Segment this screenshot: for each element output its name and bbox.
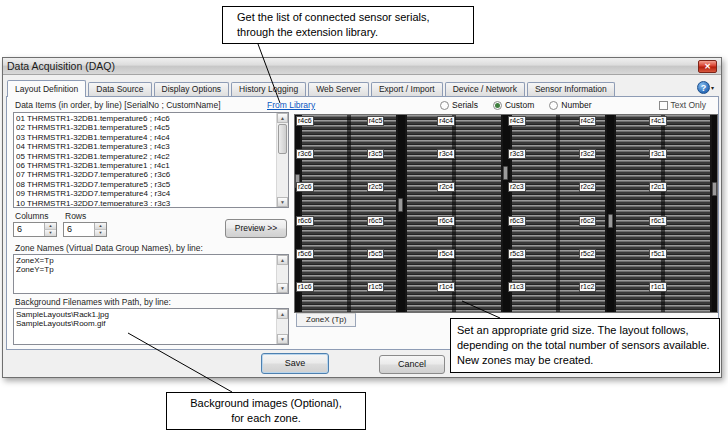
grid-cell-label: r2c3	[508, 182, 526, 192]
scroll-up-icon[interactable]: ▲	[277, 309, 288, 319]
preview-button[interactable]: Preview >>	[225, 219, 287, 238]
grid-cell-label: r3c4	[437, 149, 455, 159]
data-item-row[interactable]: 06 THRMSTR1-32DB1.temperature1 ; r4c1	[16, 161, 275, 170]
grid-cell-label: r6c4	[437, 216, 455, 226]
radio-number[interactable]: Number	[549, 100, 591, 110]
grid-cell-label: r4c2	[579, 116, 597, 126]
grid-cell-label: r5c2	[579, 249, 597, 259]
zone-names-scrollbar[interactable]: ▲ ▼	[276, 255, 288, 293]
grid-cell-label: r3c1	[649, 149, 667, 159]
rows-spinner[interactable]: 6 ▲ ▼	[63, 222, 107, 237]
grid-cell-label: r3c5	[367, 149, 385, 159]
grid-cell-label: r6c6	[296, 216, 314, 226]
callout-background-line1: Background images (Optional),	[173, 396, 359, 411]
data-item-row[interactable]: 03 THRMSTR1-32DB1.temperature4 ; r4c4	[16, 133, 275, 142]
columns-down-icon[interactable]: ▼	[44, 230, 56, 236]
columns-up-icon[interactable]: ▲	[44, 223, 56, 230]
titlebar[interactable]: Data Acquisition (DAQ) ✕	[3, 58, 721, 75]
tab-display-options[interactable]: Display Options	[154, 82, 230, 96]
data-items-scrollbar[interactable]: ▲ ▼	[276, 113, 288, 207]
rows-down-icon[interactable]: ▼	[94, 230, 106, 236]
zone-name-row[interactable]: ZoneY=Tp	[16, 265, 275, 274]
grid-cell-label: r2c6	[296, 182, 314, 192]
grid-cell-label: r2c1	[649, 182, 667, 192]
grid-cell-label: r4c3	[508, 116, 526, 126]
grid-cell-label: r4c4	[437, 116, 455, 126]
data-items-list[interactable]: 01 THRMSTR1-32DB1.temperature6 ; r4c602 …	[13, 112, 289, 208]
data-item-row[interactable]: 05 THRMSTR1-32DB1.temperature2 ; r4c2	[16, 152, 275, 161]
radio-serials[interactable]: Serials	[440, 100, 478, 110]
grid-cell-label: r5c6	[296, 249, 314, 259]
grid-cell-label: r2c5	[367, 182, 385, 192]
grid-cell-label: r6c3	[508, 216, 526, 226]
scroll-down-icon[interactable]: ▼	[277, 334, 288, 344]
cancel-button[interactable]: Cancel	[379, 355, 445, 374]
data-item-row[interactable]: 10 THRMSTR1-32DD7.temperature3 ; r3c3	[16, 199, 275, 206]
data-item-row[interactable]: 09 THRMSTR1-32DD7.temperature4 ; r3c4	[16, 189, 275, 198]
scroll-down-icon[interactable]: ▼	[277, 197, 288, 207]
from-library-link[interactable]: From Library	[267, 100, 315, 110]
data-item-row[interactable]: 08 THRMSTR1-32DD7.temperature5 ; r3c5	[16, 180, 275, 189]
zone-names-list-inner: ZoneX=TpZoneY=Tp	[16, 256, 275, 292]
data-item-row[interactable]: 01 THRMSTR1-32DB1.temperature6 ; r4c6	[16, 114, 275, 123]
callout-grid-size: Set an appropriate grid size. The layout…	[450, 318, 720, 373]
data-item-row[interactable]: 04 THRMSTR1-32DB1.temperature3 ; r4c3	[16, 142, 275, 151]
rows-label: Rows	[65, 211, 86, 221]
tab-web-server[interactable]: Web Server	[308, 82, 369, 96]
background-files-label: Background Filenames with Path, by line:	[15, 297, 171, 307]
grid-cell-label: r1c5	[367, 282, 385, 292]
scroll-up-icon[interactable]: ▲	[277, 113, 288, 123]
grid-label-overlay: r4c6r4c5r4c4r4c3r4c2r4c1r3c6r3c5r3c4r3c3…	[294, 114, 718, 313]
grid-cell-label: r3c6	[296, 149, 314, 159]
columns-spinner[interactable]: 6 ▲ ▼	[13, 222, 57, 237]
grid-cell-label: r3c3	[508, 149, 526, 159]
grid-cell-label: r3c2	[579, 149, 597, 159]
grid-cell-label: r2c2	[579, 182, 597, 192]
save-button[interactable]: Save	[261, 353, 329, 374]
radio-selected-icon	[493, 101, 502, 110]
callout-library: Get the list of connected sensor serials…	[222, 6, 474, 44]
tab-history-logging[interactable]: History Logging	[231, 82, 306, 96]
zone-names-label: Zone Names (Virtual Data Group Names), b…	[15, 243, 203, 253]
callout-library-text: Get the list of connected sensor serials…	[237, 11, 430, 38]
rows-value: 6	[67, 224, 72, 234]
background-files-scrollbar[interactable]: ▲ ▼	[276, 309, 288, 344]
background-file-row[interactable]: SampleLayouts\Room.gif	[16, 319, 275, 328]
grid-cell-label: r1c3	[508, 282, 526, 292]
close-button[interactable]: ✕	[698, 60, 717, 73]
rows-up-icon[interactable]: ▲	[94, 223, 106, 230]
tab-data-source[interactable]: Data Source	[88, 82, 151, 96]
grid-cell-label: r5c3	[508, 249, 526, 259]
columns-label: Columns	[15, 211, 49, 221]
data-items-label: Data Items (in order, by line) [SerialNo…	[15, 100, 221, 110]
zone-names-list[interactable]: ZoneX=TpZoneY=Tp ▲ ▼	[13, 254, 289, 294]
background-files-list[interactable]: SampleLayouts\Rack1.jpgSampleLayouts\Roo…	[13, 308, 289, 345]
background-file-row[interactable]: SampleLayouts\Rack1.jpg	[16, 310, 275, 319]
zone-name-row[interactable]: ZoneX=Tp	[16, 256, 275, 265]
background-files-list-inner: SampleLayouts\Rack1.jpgSampleLayouts\Roo…	[16, 310, 275, 343]
radio-serials-label: Serials	[452, 100, 478, 110]
radio-custom[interactable]: Custom	[493, 100, 534, 110]
scroll-up-icon[interactable]: ▲	[277, 255, 288, 265]
close-icon: ✕	[704, 62, 711, 71]
checkbox-icon	[659, 101, 668, 110]
grid-cell-label: r6c2	[579, 216, 597, 226]
scroll-down-icon[interactable]: ▼	[277, 283, 288, 293]
columns-value: 6	[17, 224, 22, 234]
help-button[interactable]: ? ▾	[697, 81, 714, 94]
callout-grid-size-text: Set an appropriate grid size. The layout…	[457, 324, 710, 366]
data-item-row[interactable]: 07 THRMSTR1-32DD7.temperature6 ; r3c6	[16, 170, 275, 179]
tab-sensor-information[interactable]: Sensor Information	[527, 82, 615, 96]
grid-cell-label: r1c1	[649, 282, 667, 292]
text-only-checkbox[interactable]: Text Only	[659, 100, 706, 110]
callout-background-line2: for each zone.	[173, 411, 359, 426]
tab-layout-definition[interactable]: Layout Definition	[7, 80, 86, 97]
scrollbar-thumb[interactable]	[278, 124, 287, 154]
tab-export-import[interactable]: Export / Import	[371, 82, 443, 96]
window-title: Data Acquisition (DAQ)	[7, 60, 115, 72]
data-item-row[interactable]: 02 THRMSTR1-32DB1.temperature5 ; r4c5	[16, 123, 275, 132]
zone-tab[interactable]: ZoneX (Tp)	[296, 313, 356, 327]
tab-device-network[interactable]: Device / Network	[445, 82, 525, 96]
grid-cell-label: r6c5	[367, 216, 385, 226]
help-icon: ?	[697, 81, 710, 94]
